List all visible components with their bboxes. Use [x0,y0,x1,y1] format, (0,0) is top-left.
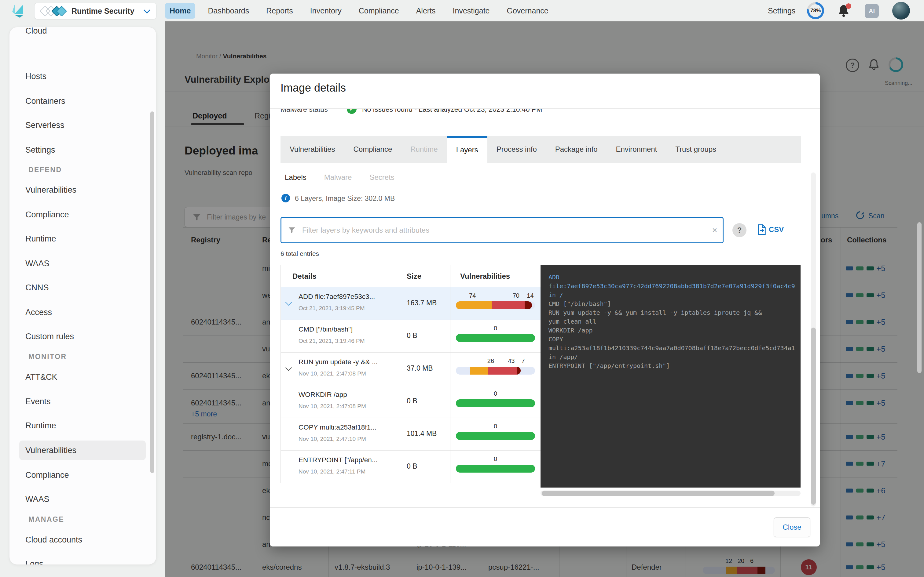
sidebar-item-compliance[interactable]: Compliance [19,205,146,224]
sidebar-item-hosts[interactable]: Hosts [19,66,146,86]
sidebar-item-containers[interactable]: Containers [19,91,146,111]
sidebar-item-vulnerabilities[interactable]: Vulnerabilities [19,440,146,460]
info-icon: i [281,194,290,202]
product-switcher[interactable]: Runtime Security [34,3,157,19]
nav-item-home[interactable]: Home [165,3,195,19]
avatar[interactable] [892,2,910,19]
code-line: yum clean all [548,317,801,326]
sidebar-item-att-ck[interactable]: ATT&CK [19,367,146,387]
subtab-secrets[interactable]: Secrets [370,171,394,184]
bar-zero-segment [456,399,535,407]
sidebar-item-settings[interactable]: Settings [19,140,146,160]
notification-dot [846,3,851,9]
chevron-down-icon[interactable] [285,299,292,306]
close-button[interactable]: Close [774,517,810,537]
subtab-labels[interactable]: Labels [285,171,307,184]
column-header-details[interactable]: Details [292,265,317,287]
layers-table-header: Details Size Vulnerabilities [281,265,541,287]
sidebar-item-cnns[interactable]: CNNS [19,278,146,297]
tab-layers[interactable]: Layers [447,136,487,163]
sidebar-item-cloud-accounts[interactable]: Cloud accounts [19,530,146,550]
usage-ring[interactable]: 78% [807,2,824,19]
settings-link[interactable]: Settings [768,0,795,21]
bar-count-label: 0 [494,390,497,397]
sidebar-section-monitor: MONITOR [28,347,67,366]
layer-vulnerabilities-cell: 0 [450,451,541,483]
sidebar-item-serverless[interactable]: Serverless [19,115,146,135]
brand-logo-icon [11,3,26,18]
modal-tab-bar: VulnerabilitiesComplianceRuntimeLayersPr… [281,136,801,163]
code-line: file:7aef897e53c30ca977c42dd7692208abbd3… [548,282,801,291]
code-line: ENTRYPOINT ["/app/entrypoint.sh"] [548,361,801,370]
sidebar-item-access[interactable]: Access [19,303,146,322]
image-details-modal: Malware status ✓ No issues found - Last … [270,74,820,546]
layer-size: 101.4 MB [407,430,437,438]
page-scrollbar[interactable] [917,222,922,373]
notifications-button[interactable] [837,4,851,18]
modal-vscroll-thumb[interactable] [811,327,816,504]
bar-count-label: 0 [494,423,497,430]
sidebar-item-custom-rules[interactable]: Custom rules [19,327,146,346]
nav-item-alerts[interactable]: Alerts [412,3,440,19]
bar-count-label: 7 [522,358,525,364]
layer-date: Nov 10, 2021, 2:47:11 PM [299,468,365,475]
bar-count-label: 74 [469,292,476,299]
layer-row[interactable]: COPY multi:a253af18f1...Nov 10, 2021, 2:… [281,418,541,451]
bar-count-label: 0 [494,456,497,463]
tab-compliance[interactable]: Compliance [344,136,402,163]
subtab-malware[interactable]: Malware [324,171,352,184]
sidebar-item-vulnerabilities[interactable]: Vulnerabilities [19,180,146,200]
chevron-down-icon[interactable] [285,364,292,371]
nav-item-investigate[interactable]: Investigate [448,3,494,19]
layer-row[interactable]: CMD ["/bin/bash"]Oct 21, 2021, 3:19:46 P… [281,320,541,353]
code-hscroll-thumb[interactable] [542,491,775,496]
product-name: Runtime Security [71,7,134,16]
sidebar-item-waas[interactable]: WAAS [19,254,146,273]
modal-footer: Close [270,508,820,546]
layer-date: Nov 10, 2021, 2:47:10 PM [299,436,366,442]
nav-item-compliance[interactable]: Compliance [354,3,404,19]
filter-help-icon[interactable]: ? [732,223,746,237]
layer-date: Oct 21, 2021, 3:19:45 PM [299,305,365,312]
nav-item-dashboards[interactable]: Dashboards [203,3,254,19]
sidebar-item-waas[interactable]: WAAS [19,489,146,509]
sidebar-item-cloud[interactable]: Cloud [19,27,146,40]
funnel-icon [288,226,296,234]
tab-vulnerabilities[interactable]: Vulnerabilities [281,136,344,163]
layer-row[interactable]: ENTRYPOINT ["/app/en...Nov 10, 2021, 2:4… [281,451,541,483]
csv-export-button[interactable]: CSV [757,224,784,235]
nav-item-inventory[interactable]: Inventory [305,3,346,19]
modal-subtab-bar: LabelsMalwareSecrets [281,171,394,184]
sidebar-item-events[interactable]: Events [19,392,146,411]
bar-zero-segment [456,465,535,472]
column-header-vulnerabilities[interactable]: Vulnerabilities [460,265,510,287]
tab-runtime[interactable]: Runtime [401,136,447,163]
layer-row[interactable]: WORKDIR /appNov 10, 2021, 2:47:08 PM0 B0 [281,385,541,418]
ai-assistant-button[interactable]: AI [865,4,879,18]
sidebar-item-runtime[interactable]: Runtime [19,229,146,248]
sidebar-item-logs[interactable]: Logs [19,554,146,565]
nav-item-governance[interactable]: Governance [502,3,553,19]
top-nav: HomeDashboardsReportsInventoryCompliance… [165,0,553,21]
layer-size: 37.0 MB [407,364,433,372]
code-line: RUN yum update -y && yum install -y ipta… [548,308,801,317]
sidebar-item-runtime[interactable]: Runtime [19,416,146,435]
vulnerability-bar: 26437 [456,367,535,375]
sidebar-scrollbar[interactable] [150,111,154,473]
tab-environment[interactable]: Environment [607,136,666,163]
tab-process-info[interactable]: Process info [487,136,546,163]
column-header-size[interactable]: Size [407,265,422,287]
tab-package-info[interactable]: Package info [546,136,607,163]
layer-command: RUN yum update -y && ... [299,358,378,366]
bar-dark-segment [525,301,531,309]
tab-trust-groups[interactable]: Trust groups [666,136,725,163]
layer-vulnerabilities-cell: 26437 [450,353,541,385]
bar-count-label: 43 [508,358,515,364]
layers-filter-input[interactable] [302,221,694,240]
layers-table: Details Size Vulnerabilities ADD file:7a… [281,265,541,483]
clear-filter-icon[interactable]: × [712,218,717,242]
sidebar-item-compliance[interactable]: Compliance [19,465,146,485]
nav-item-reports[interactable]: Reports [262,3,297,19]
layer-row[interactable]: RUN yum update -y && ...Nov 10, 2021, 2:… [281,353,541,385]
layer-row[interactable]: ADD file:7aef897e53c3...Oct 21, 2021, 3:… [281,287,541,320]
